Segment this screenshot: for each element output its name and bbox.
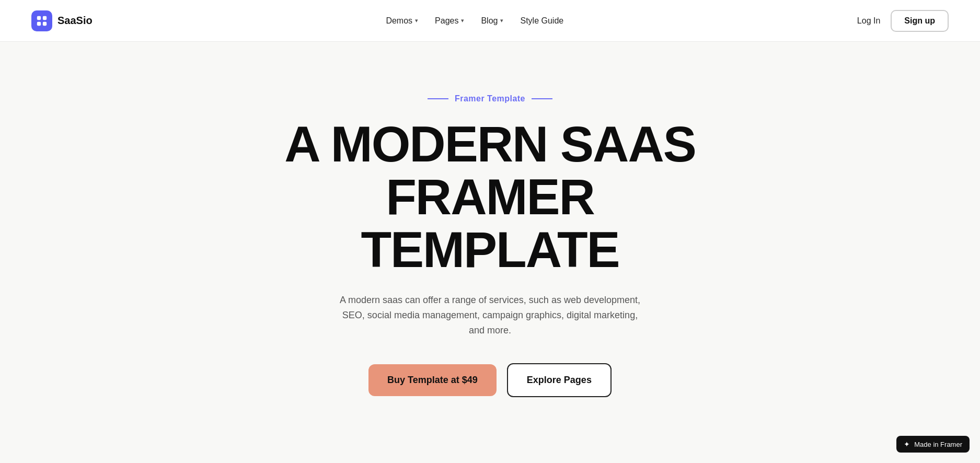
hero-cta-group: Buy Template at $49 Explore Pages xyxy=(368,363,612,397)
nav-brand: SaaSio xyxy=(31,10,93,31)
hero-section: Framer Template A MODERN SAAS FRAMER TEM… xyxy=(0,42,980,429)
signup-button[interactable]: Sign up xyxy=(891,10,949,32)
nav-style-guide-label: Style Guide xyxy=(520,16,563,26)
nav-links: Demos ▾ Pages ▾ Blog ▾ Style Guide xyxy=(386,16,563,26)
nav-item-blog[interactable]: Blog ▾ xyxy=(481,16,503,26)
svg-rect-1 xyxy=(43,16,47,19)
nav-pages-label: Pages xyxy=(435,16,458,26)
svg-rect-0 xyxy=(37,16,41,19)
hero-title: A MODERN SAAS FRAMER TEMPLATE xyxy=(255,118,725,276)
logo-icon xyxy=(31,10,52,31)
chevron-down-icon: ▾ xyxy=(500,17,503,24)
framer-icon: ✦ xyxy=(904,440,910,448)
chevron-down-icon: ▾ xyxy=(415,17,418,24)
navbar: SaaSio Demos ▾ Pages ▾ Blog ▾ Style Guid… xyxy=(0,0,980,42)
hero-tag: Framer Template xyxy=(428,94,552,103)
chevron-down-icon: ▾ xyxy=(461,17,464,24)
logo-svg xyxy=(36,15,48,27)
hero-title-line2: FRAMER TEMPLATE xyxy=(361,169,619,277)
svg-rect-3 xyxy=(43,21,47,25)
nav-item-pages[interactable]: Pages ▾ xyxy=(435,16,464,26)
explore-pages-button[interactable]: Explore Pages xyxy=(507,363,612,397)
hero-title-line1: A MODERN SAAS xyxy=(284,116,695,172)
hero-tag-text: Framer Template xyxy=(455,94,525,103)
hero-tag-line-left xyxy=(428,98,448,99)
framer-badge[interactable]: ✦ Made in Framer xyxy=(896,436,970,453)
nav-blog-label: Blog xyxy=(481,16,498,26)
framer-badge-label: Made in Framer xyxy=(914,441,962,448)
hero-subtitle: A modern saas can offer a range of servi… xyxy=(333,293,647,338)
nav-demos-label: Demos xyxy=(386,16,412,26)
login-button[interactable]: Log In xyxy=(857,16,880,26)
brand-name: SaaSio xyxy=(57,15,93,27)
nav-item-style-guide[interactable]: Style Guide xyxy=(520,16,563,26)
buy-template-button[interactable]: Buy Template at $49 xyxy=(368,364,497,396)
nav-actions: Log In Sign up xyxy=(857,10,949,32)
hero-tag-line-right xyxy=(532,98,552,99)
svg-rect-2 xyxy=(37,21,41,25)
nav-item-demos[interactable]: Demos ▾ xyxy=(386,16,418,26)
